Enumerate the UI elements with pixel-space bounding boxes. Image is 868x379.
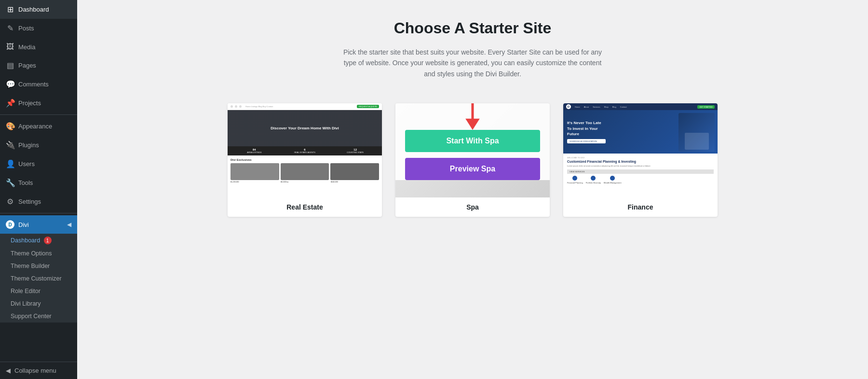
sidebar-item-divi[interactable]: D Divi ◀ [0, 215, 77, 234]
pages-icon: ▤ [6, 61, 14, 70]
sidebar-item-media[interactable]: 🖼 Media [0, 38, 77, 56]
sidebar-item-dashboard[interactable]: ⊞ Dashboard [0, 0, 77, 19]
sub-item-theme-options[interactable]: Theme Options [0, 247, 77, 260]
sub-item-theme-customizer[interactable]: Theme Customizer [0, 272, 77, 285]
card-spa: Start With Spa Preview Spa Spa [395, 103, 550, 217]
main-content: Choose A Starter Site Pick the starter s… [77, 0, 868, 379]
card-finance: D Home About Services Shop Blog Contact … [563, 103, 718, 217]
sidebar-item-pages[interactable]: ▤ Pages [0, 56, 77, 75]
dashboard-badge: 1 [44, 237, 52, 244]
sidebar-item-plugins[interactable]: 🔌 Plugins [0, 136, 77, 154]
tools-icon: 🔧 [6, 178, 14, 187]
page-title: Choose A Starter Site [106, 19, 839, 37]
card-spa-thumbnail: Start With Spa Preview Spa [395, 103, 550, 197]
appearance-icon: 🎨 [6, 122, 14, 131]
sidebar-item-tools[interactable]: 🔧 Tools [0, 173, 77, 192]
page-subtitle: Pick the starter site that best suits yo… [338, 47, 608, 79]
spa-overlay: Start With Spa Preview Spa [395, 103, 550, 180]
dashboard-icon: ⊞ [6, 5, 14, 14]
divi-submenu: Dashboard 1 Theme Options Theme Builder … [0, 234, 77, 323]
collapse-menu-button[interactable]: ◀ Collapse menu [0, 362, 77, 379]
card-real-estate-thumbnail: Home Listings Blog Buy Contact REQUEST A… [228, 103, 382, 197]
card-finance-label: Finance [563, 197, 718, 217]
sidebar-item-comments[interactable]: 💬 Comments [0, 75, 77, 94]
preview-spa-button[interactable]: Preview Spa [405, 158, 540, 180]
divi-collapse-arrow: ◀ [67, 221, 71, 228]
sidebar-item-posts[interactable]: ✎ Posts [0, 19, 77, 38]
sub-item-dashboard[interactable]: Dashboard 1 [0, 234, 77, 247]
sub-item-role-editor[interactable]: Role Editor [0, 285, 77, 297]
sub-item-theme-builder[interactable]: Theme Builder [0, 260, 77, 272]
sidebar: ⊞ Dashboard ✎ Posts 🖼 Media ▤ Pages 💬 Co… [0, 0, 77, 379]
down-arrow-icon [453, 103, 492, 130]
collapse-icon: ◀ [6, 367, 11, 374]
divi-icon: D [6, 220, 14, 229]
comments-icon: 💬 [6, 80, 14, 89]
sidebar-item-appearance[interactable]: 🎨 Appearance [0, 117, 77, 136]
sub-item-support-center[interactable]: Support Center [0, 310, 77, 323]
svg-marker-1 [465, 119, 480, 130]
media-icon: 🖼 [6, 42, 14, 51]
card-real-estate: Home Listings Blog Buy Contact REQUEST A… [228, 103, 382, 217]
start-with-spa-button[interactable]: Start With Spa [405, 130, 540, 152]
card-finance-thumbnail: D Home About Services Shop Blog Contact … [563, 103, 718, 197]
sidebar-item-settings[interactable]: ⚙ Settings [0, 192, 77, 211]
starter-sites-grid: Home Listings Blog Buy Contact REQUEST A… [106, 103, 839, 217]
card-spa-label: Spa [395, 197, 550, 217]
users-icon: 👤 [6, 159, 14, 168]
posts-icon: ✎ [6, 24, 14, 33]
settings-icon: ⚙ [6, 197, 14, 206]
projects-icon: 📌 [6, 98, 14, 108]
plugins-icon: 🔌 [6, 140, 14, 150]
sidebar-item-projects[interactable]: 📌 Projects [0, 94, 77, 112]
card-real-estate-label: Real Estate [228, 197, 382, 217]
sidebar-item-users[interactable]: 👤 Users [0, 154, 77, 173]
sub-item-divi-library[interactable]: Divi Library [0, 297, 77, 310]
